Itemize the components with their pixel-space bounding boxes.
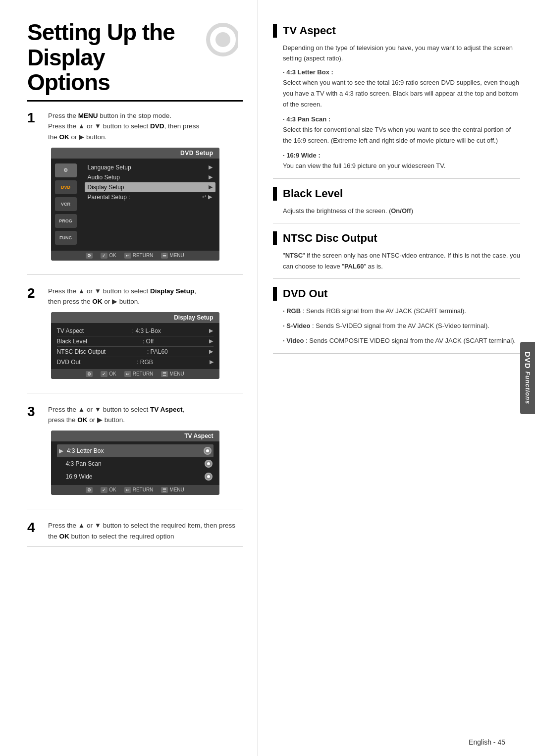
bullet-rgb: · RGB : Sends RGB signal from the AV JAC… (283, 306, 520, 317)
dvd-out-bar (273, 287, 277, 301)
black-level-section: Black Level Adjusts the brightness of th… (273, 187, 520, 223)
tv-aspect-body: ▶ 4:3 Letter Box 4:3 Pan Scan 16:9 Wide (51, 441, 219, 485)
menu-item-audio: Audio Setup ▶ (85, 172, 215, 182)
black-level-heading: Black Level (273, 187, 520, 201)
tv-aspect-title: TV Aspect (51, 431, 219, 441)
left-column: Setting Up the Display Options 1 Press t… (0, 0, 258, 756)
ds-row-ntsc: NTSC Disc Output : PAL60 ▶ (57, 347, 214, 357)
black-level-divider (273, 223, 520, 223)
display-setup-footer: ⚙ ✓ OK ↩ RETURN ☰ MENU (51, 369, 219, 379)
dvd-out-section: DVD Out · RGB : Sends RGB signal from th… (273, 287, 520, 353)
dvd-setup-title: DVD Setup (51, 148, 219, 159)
dvd-out-heading: DVD Out (273, 287, 520, 301)
dvd-out-content: · RGB : Sends RGB signal from the AV JAC… (273, 306, 520, 346)
menu-icon-func: FUNC (55, 231, 77, 245)
display-setup-menu-box: Display Setup TV Aspect : 4:3 L-Box ▶ Bl… (51, 312, 219, 379)
menu-item-language: Language Setup ▶ (85, 162, 215, 172)
ds-row-tv-aspect: TV Aspect : 4:3 L-Box ▶ (57, 326, 214, 336)
title-line2: Options (27, 69, 110, 95)
step-2-section: 2 Press the ▲ or ▼ button to select Disp… (27, 286, 243, 393)
menu-icon-vcr: VCR (55, 197, 77, 211)
black-level-bar (273, 187, 277, 201)
dvd-setup-menu-box: DVD Setup ⚙ DVD VCR PROG (51, 148, 219, 261)
tv-aspect-bar (273, 24, 277, 38)
radio-panscan (205, 460, 213, 468)
radio-letterbox (204, 447, 212, 455)
tv-aspect-heading: TV Aspect (273, 24, 520, 38)
ntsc-section: NTSC Disc Output "NTSC" if the screen on… (273, 231, 520, 279)
bullet-wide: · 16:9 Wide : You can view the full 16:9… (283, 150, 520, 171)
tv-aspect-menu-box: TV Aspect ▶ 4:3 Letter Box 4:3 Pan Scan (51, 431, 219, 495)
step-3-section: 3 Press the ▲ or ▼ button to select TV A… (27, 404, 243, 509)
bullet-svideo: · S-Video : Sends S-VIDEO signal from th… (283, 321, 520, 331)
tv-aspect-section-title: TV Aspect (283, 24, 336, 37)
step-3-number: 3 (27, 404, 43, 420)
dvd-out-divider (273, 353, 520, 354)
display-setup-title: Display Setup (51, 312, 219, 323)
step-4-text: Press the ▲ or ▼ button to select the re… (48, 520, 243, 541)
display-setup-body: TV Aspect : 4:3 L-Box ▶ Black Level : Of… (51, 323, 219, 369)
ds-row-dvd-out: DVD Out : RGB ▶ (57, 357, 214, 367)
bullet-video: · Video : Sends COMPOSITE VIDEO signal f… (283, 335, 520, 346)
step-1-number: 1 (27, 110, 43, 126)
menu-icon-dvd: DVD (55, 180, 77, 194)
black-level-title: Black Level (283, 187, 343, 200)
title-section: Setting Up the Display Options (27, 20, 243, 102)
tv-aspect-intro: Depending on the type of television you … (273, 43, 520, 171)
ntsc-divider (273, 278, 520, 279)
side-tab-functions-label: Functions (524, 372, 531, 404)
menu-item-parental: Parental Setup : ↵ ▶ (85, 192, 215, 202)
tv-aspect-section: TV Aspect Depending on the type of telev… (273, 24, 520, 179)
menu-icon-prog: PROG (55, 214, 77, 228)
dvd-menu-footer: ⚙ ✓ OK ↩ RETURN ☰ MENU (51, 251, 219, 261)
page-footer: English - 45 (469, 738, 505, 746)
tv-aspect-divider (273, 178, 520, 179)
bullet-panscan: · 4:3 Pan Scan : Select this for convent… (283, 114, 520, 146)
dvd-menu-items: Language Setup ▶ Audio Setup ▶ Display S… (81, 162, 219, 248)
ntsc-content: "NTSC" if the screen only has one NTSC-v… (273, 250, 520, 271)
step-1-section: 1 Press the MENU button in the stop mode… (27, 110, 243, 275)
step-4-number: 4 (27, 520, 43, 536)
title-line1: Setting Up the Display (27, 19, 175, 70)
side-tab: DVD Functions (520, 342, 535, 414)
black-level-content: Adjusts the brightness of the screen. (O… (273, 206, 520, 216)
dvd-out-title: DVD Out (283, 287, 327, 300)
menu-icon-list: ⚙ DVD VCR PROG FUNC (51, 162, 81, 248)
tva-row-letterbox: ▶ 4:3 Letter Box (57, 444, 214, 457)
tv-aspect-footer: ⚙ ✓ OK ↩ RETURN ☰ MENU (51, 485, 219, 495)
page-number: English - 45 (469, 738, 505, 746)
svg-point-1 (215, 32, 230, 47)
step-4-section: 4 Press the ▲ or ▼ button to select the … (27, 520, 243, 547)
tva-row-panscan: 4:3 Pan Scan (57, 457, 214, 470)
menu-item-display: Display Setup ▶ (85, 182, 215, 192)
title-graphic (198, 20, 238, 59)
ntsc-title: NTSC Disc Output (283, 232, 377, 245)
ntsc-heading: NTSC Disc Output (273, 231, 520, 245)
step-2-text: Press the ▲ or ▼ button to select Displa… (48, 286, 196, 307)
radio-wide (205, 473, 213, 481)
ntsc-bar (273, 231, 277, 245)
side-tab-dvd-label: DVD (524, 352, 532, 372)
step-1-text: Press the MENU button in the stop mode. … (48, 110, 199, 143)
right-column: TV Aspect Depending on the type of telev… (258, 0, 535, 756)
step-3-text: Press the ▲ or ▼ button to select TV Asp… (48, 404, 184, 426)
ds-row-black-level: Black Level : Off ▶ (57, 336, 214, 347)
tva-row-wide: 16:9 Wide (57, 470, 214, 483)
bullet-letterbox: · 4:3 Letter Box : Select when you want … (283, 67, 520, 110)
menu-icon-setup: ⚙ (55, 163, 77, 177)
step-2-number: 2 (27, 286, 43, 301)
